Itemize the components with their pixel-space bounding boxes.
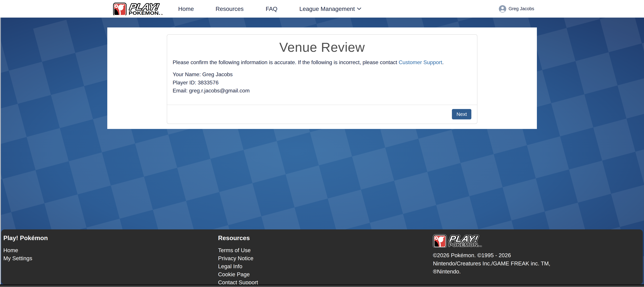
card-footer-divider (167, 105, 477, 105)
footer-heading-resources: Resources (218, 235, 258, 242)
customer-support-link[interactable]: Customer Support (398, 59, 442, 65)
window-left-edge (0, 17, 1, 284)
window-bottom-edge (0, 284, 644, 287)
field-your-name: Your Name: Greg Jacobs (173, 70, 250, 78)
copyright-text: ©2026 Pokémon. ©1995 - 2026 Nintendo/Cre… (433, 251, 560, 276)
nav-item-faq[interactable]: FAQ (266, 0, 278, 17)
nav-item-resources[interactable]: Resources (216, 0, 244, 17)
footer-link-home[interactable]: Home (3, 246, 48, 254)
footer-link-cookie-page[interactable]: Cookie Page (218, 271, 258, 279)
chevron-down-icon (357, 7, 362, 10)
nav-item-home[interactable]: Home (178, 0, 194, 17)
field-player-id: Player ID: 3833576 (173, 78, 250, 87)
footer-column-play-pokemon: Play! Pokémon Home My Settings (3, 235, 48, 262)
top-nav: PLAY! POKÉMON. TM Home Resources FAQ Lea… (0, 0, 644, 17)
next-button[interactable]: Next (452, 109, 471, 119)
user-name: Greg Jacobs (508, 6, 534, 11)
footer-link-my-settings[interactable]: My Settings (3, 254, 48, 262)
footer-column-resources: Resources Terms of Use Privacy Notice Le… (218, 235, 258, 284)
brand-logo-link[interactable]: PLAY! POKÉMON. TM (113, 2, 162, 15)
venue-review-card: Venue Review Please confirm the followin… (167, 34, 478, 124)
footer-link-privacy-notice[interactable]: Privacy Notice (218, 254, 258, 262)
player-info: Your Name: Greg Jacobs Player ID: 383357… (173, 70, 250, 95)
nav-item-league-management[interactable]: League Management (299, 0, 362, 17)
footer-link-legal-info[interactable]: Legal Info (218, 262, 258, 271)
footer-link-terms-of-use[interactable]: Terms of Use (218, 246, 258, 254)
logo-pokemon-text: POKÉMON. (448, 242, 479, 247)
user-menu[interactable]: Greg Jacobs (499, 0, 534, 17)
logo-pokemon-text: POKÉMON. (128, 10, 160, 15)
footer: Play! Pokémon Home My Settings Resources… (1, 229, 643, 284)
footer-link-contact-support[interactable]: Contact Support (218, 279, 258, 284)
user-icon (499, 5, 506, 12)
page-title: Venue Review (167, 40, 477, 55)
content-panel: Venue Review Please confirm the followin… (107, 27, 537, 129)
intro-text: Please confirm the following information… (173, 59, 472, 65)
footer-heading-play-pokemon: Play! Pokémon (3, 235, 48, 242)
logo-tm-text: TM (161, 14, 162, 15)
play-pokemon-logo: PLAY! POKÉMON. TM (113, 2, 162, 15)
play-pokemon-logo-footer: PLAY! POKÉMON. TM (433, 235, 482, 247)
field-email: Email: greg.r.jacobs@gmail.com (173, 87, 250, 95)
logo-tm-text: TM (480, 246, 482, 247)
footer-column-legal: PLAY! POKÉMON. TM ©2026 Pokémon. ©1995 -… (433, 235, 560, 276)
